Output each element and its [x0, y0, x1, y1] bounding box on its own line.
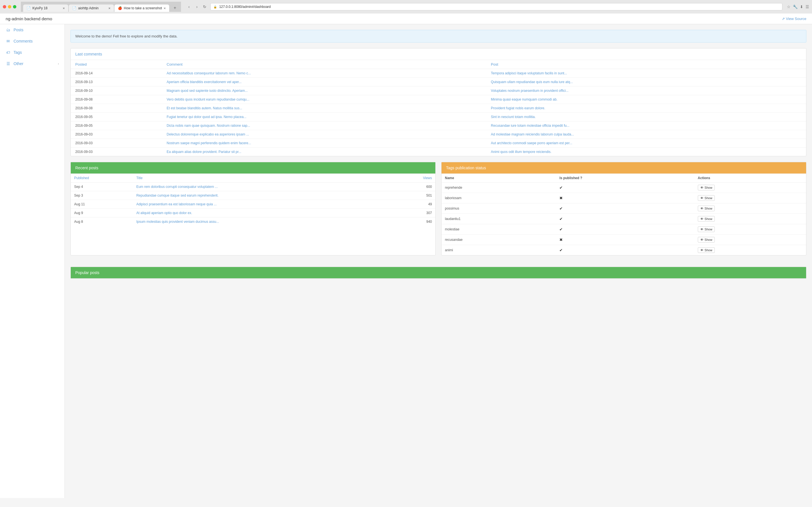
- cell-comment[interactable]: Ad necessitatibus consequuntur laborum r…: [162, 69, 486, 78]
- bottom-grid: Recent posts Published Title Views Sep 4…: [70, 162, 806, 261]
- cell-date: 2016-09-08: [71, 95, 162, 104]
- cell-comment[interactable]: Et est beatae blanditiis autem. Natus mo…: [162, 104, 486, 113]
- view-source-link[interactable]: ⇗ View Source: [782, 17, 806, 21]
- eye-icon: 👁: [700, 196, 703, 200]
- address-bar[interactable]: 🔒 127.0.0.1:8080/admin#/dashboard: [210, 3, 782, 10]
- cell-tag-actions: 👁 Show: [695, 245, 806, 256]
- cell-tag-actions: 👁 Show: [695, 203, 806, 214]
- cell-post[interactable]: Provident fugiat nobis earum dolore.: [486, 104, 806, 113]
- download-icon[interactable]: ⬇: [800, 4, 803, 9]
- cell-comment[interactable]: Fugiat tenetur qui dolor quod ad ipsa. N…: [162, 113, 486, 121]
- cell-views: 49: [390, 200, 435, 209]
- cell-tag-published: ✔: [556, 245, 695, 256]
- table-row: molestiae ✔ 👁 Show: [442, 224, 806, 235]
- main-content: Welcome to the demo! Fell free to explor…: [65, 24, 812, 498]
- col-title: Title: [133, 174, 390, 182]
- cross-icon: ✖: [559, 237, 563, 242]
- cell-title[interactable]: Adipisci praesentium ea est laboriosam n…: [133, 200, 390, 209]
- cell-published: Aug 9: [71, 209, 133, 217]
- cell-tag-actions: 👁 Show: [695, 235, 806, 245]
- cell-post[interactable]: Tempora adipisci itaque voluptatum facil…: [486, 69, 806, 78]
- table-row: laboriosam ✖ 👁 Show: [442, 193, 806, 203]
- reload-button[interactable]: ↻: [201, 3, 208, 10]
- cell-tag-name: animi: [442, 245, 556, 256]
- cell-tag-name: recusandae: [442, 235, 556, 245]
- cell-comment[interactable]: Ea aliquam alias dolore provident. Paria…: [162, 148, 486, 156]
- cell-comment[interactable]: Aperiam officia blanditiis exercitatione…: [162, 78, 486, 87]
- menu-icon[interactable]: ☰: [806, 4, 809, 9]
- cell-title[interactable]: Ipsum molestias quis provident veniam du…: [133, 217, 390, 226]
- eye-icon: 👁: [700, 186, 703, 189]
- star-icon[interactable]: ☆: [787, 4, 791, 9]
- cell-post[interactable]: Ad molestiae magnam reiciendis laborum c…: [486, 130, 806, 139]
- cell-tag-published: ✔: [556, 224, 695, 235]
- sidebar-label-other: Other: [13, 61, 55, 66]
- cell-title[interactable]: At aliquid aperiam optio quo dolor ex.: [133, 209, 390, 217]
- table-row: Sep 3 Repudiandae cumque itaque sed earu…: [71, 191, 435, 200]
- cell-date: 2016-09-03: [71, 130, 162, 139]
- sidebar-item-tags[interactable]: 🏷 Tags: [0, 47, 64, 58]
- browser-tabs: 📄 KyivPy 18 ✕ 📄 aiohttp Admin ✕ 🍎 How to…: [21, 2, 181, 12]
- minimize-button[interactable]: [8, 5, 11, 8]
- col-actions: Actions: [695, 174, 806, 182]
- cell-post[interactable]: Quisquam ullam repudiandae quis eum null…: [486, 78, 806, 87]
- cross-icon: ✖: [559, 196, 563, 200]
- back-button[interactable]: ‹: [186, 3, 192, 10]
- tab-icon: 📄: [27, 6, 31, 10]
- cell-post[interactable]: Aut architecto commodi saepe porro aperi…: [486, 139, 806, 148]
- last-comments-header: Last comments: [71, 48, 806, 60]
- col-name: Name: [442, 174, 556, 182]
- cell-tag-actions: 👁 Show: [695, 214, 806, 224]
- alert-text: Welcome to the demo! Fell free to explor…: [75, 34, 177, 38]
- cell-post[interactable]: Minima quasi eaque numquam commodi ab.: [486, 95, 806, 104]
- table-row: 2016-09-10 Magnam quod sed sapiente iust…: [71, 87, 806, 95]
- cell-comment[interactable]: Nostrum saepe magni perferendis quidem e…: [162, 139, 486, 148]
- tab-close-screenshot[interactable]: ✕: [163, 7, 166, 10]
- cell-views: 307: [390, 209, 435, 217]
- tab-kyivpy[interactable]: 📄 KyivPy 18 ✕: [23, 4, 68, 12]
- show-button[interactable]: 👁 Show: [698, 247, 715, 253]
- sidebar: 🗂 Posts ✉ Comments 🏷 Tags ☰ Other ›: [0, 24, 65, 498]
- cell-post[interactable]: Voluptates nostrum praesentium in provid…: [486, 87, 806, 95]
- forward-button[interactable]: ›: [193, 3, 200, 10]
- tab-close-aiohttp[interactable]: ✕: [108, 7, 110, 10]
- show-button[interactable]: 👁 Show: [698, 216, 715, 222]
- cell-title[interactable]: Repudiandae cumque itaque sed earum repr…: [133, 191, 390, 200]
- cell-comment[interactable]: Vero debitis quos incidunt earum repudia…: [162, 95, 486, 104]
- show-button[interactable]: 👁 Show: [698, 206, 715, 211]
- eye-icon: 👁: [700, 228, 703, 231]
- sidebar-item-comments[interactable]: ✉ Comments: [0, 36, 64, 47]
- cell-tag-published: ✖: [556, 235, 695, 245]
- show-button[interactable]: 👁 Show: [698, 237, 715, 242]
- app-header: ng-admin backend demo ⇗ View Source: [0, 13, 812, 24]
- show-button[interactable]: 👁 Show: [698, 226, 715, 232]
- cell-comment[interactable]: Dicta nobis nam quae quisquam. Nostrum r…: [162, 121, 486, 130]
- sidebar-item-other[interactable]: ☰ Other ›: [0, 58, 64, 69]
- other-icon: ☰: [6, 61, 11, 66]
- cell-title[interactable]: Eum rem doloribus corrupti consequatur v…: [133, 182, 390, 191]
- recent-posts-header-row: Published Title Views: [71, 174, 435, 182]
- popular-posts-header: Popular posts: [71, 267, 806, 279]
- tab-icon: 🍎: [118, 6, 122, 10]
- cell-published: Aug 8: [71, 217, 133, 226]
- show-button[interactable]: 👁 Show: [698, 185, 715, 190]
- eye-icon: 👁: [700, 217, 703, 221]
- sidebar-item-posts[interactable]: 🗂 Posts: [0, 24, 64, 36]
- cell-post[interactable]: Recusandae iure totam molestiae officia …: [486, 121, 806, 130]
- table-row: 2016-09-03 Delectus doloremque explicabo…: [71, 130, 806, 139]
- comments-icon: ✉: [6, 39, 11, 43]
- app: ng-admin backend demo ⇗ View Source 🗂 Po…: [0, 13, 812, 498]
- maximize-button[interactable]: [13, 5, 16, 8]
- show-button[interactable]: 👁 Show: [698, 195, 715, 201]
- new-tab-button[interactable]: +: [171, 4, 179, 12]
- cell-comment[interactable]: Delectus doloremque explicabo ea asperio…: [162, 130, 486, 139]
- cell-post[interactable]: Sint in nesciunt totam mollitia.: [486, 113, 806, 121]
- close-button[interactable]: [3, 5, 6, 8]
- cell-comment[interactable]: Magnam quod sed sapiente iusto distincti…: [162, 87, 486, 95]
- tab-close-kyivpy[interactable]: ✕: [63, 7, 65, 10]
- col-is-published: Is published ?: [556, 174, 695, 182]
- cell-post[interactable]: Animi quos odit illum tempore reiciendis…: [486, 148, 806, 156]
- extension-icon[interactable]: 🔧: [793, 4, 798, 9]
- tab-screenshot[interactable]: 🍎 How to take a screenshot ✕: [114, 4, 169, 12]
- tab-aiohttp[interactable]: 📄 aiohttp Admin ✕: [69, 4, 114, 12]
